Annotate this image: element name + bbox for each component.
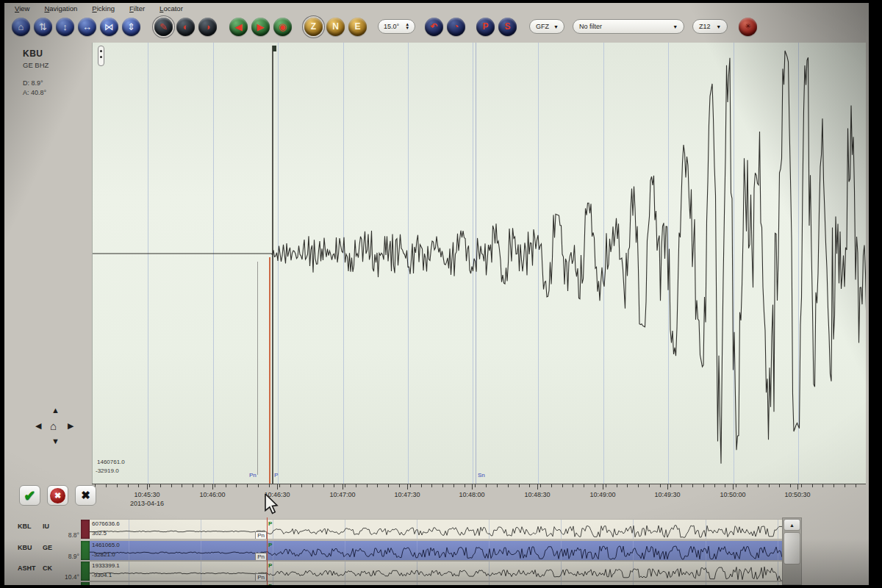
pick-mode-icon: ✎ [159,22,168,32]
phase-s-button[interactable]: S [498,18,517,36]
zoom-mode-icon: ◐ [183,22,189,32]
station-row-kbu[interactable]: KBUGE8.9°1461065.0-32821.0PPn [4,540,869,561]
align-vertical-button[interactable]: ⇅ [34,18,52,36]
relocate-icon: ◉ [279,22,287,32]
phase-p-button[interactable]: P [476,18,495,36]
axis-minor-tick [160,484,161,487]
axis-minor-tick [769,484,770,487]
row-trace-area[interactable]: P [90,581,782,585]
nav-left-button[interactable]: ◀ [35,421,41,431]
station-row-kbl[interactable]: KBLIU8.8°6076636.6302.5PPn [4,519,869,539]
confirm-pick-icon: ✔ [24,487,36,504]
nav-down-button[interactable]: ▼ [51,437,60,445]
waveform-plot[interactable]: 1460761.0 -32919.0 PnPSn [92,43,866,484]
axis-minor-tick [833,484,834,487]
row-pick-label: P [268,583,272,585]
phase-s-icon: S [505,22,511,31]
row-pick-label: P [268,542,272,548]
pick-mode-button[interactable]: ✎ [154,18,173,36]
confirm-pick-button[interactable]: ✔ [19,485,40,506]
undo-pick-button[interactable]: ↶ [425,18,443,36]
next-trace-button[interactable]: ▶ [251,18,270,36]
axis-minor-tick [182,484,182,487]
scroll-up-button[interactable]: ▲ [784,519,800,531]
repick-time-button[interactable]: ◔ [447,18,465,36]
expand-horizontal-icon: ↔ [82,22,92,32]
axis-minor-tick [562,484,563,487]
axis-time-label: 10:49:30 [654,491,680,498]
panel-pick-line [267,517,268,585]
spinner-arrows-icon[interactable]: ▲▼ [405,23,409,30]
nav-home-button[interactable]: ⌂ [50,420,57,432]
expand-vertical-button[interactable]: ↕ [56,18,74,36]
row-phase-box: Pn [255,573,267,581]
scroll-vertical-button[interactable]: ⇕ [122,18,140,36]
menu-navigation[interactable]: Navigation [44,4,77,12]
row-distance: 8.9° [49,553,79,560]
menu-filter[interactable]: Filter [129,4,145,12]
station-row-tas[interactable]: TASCKP [4,581,869,585]
components-dropdown[interactable]: Z12▼ [692,19,728,34]
axis-minor-tick [703,484,704,487]
seismogram-trace [93,43,866,484]
axis-time-label: 10:47:30 [394,491,420,498]
axis-minor-tick [649,484,650,487]
axis-minor-tick [606,484,606,487]
menu-picking[interactable]: Picking [92,4,115,12]
row-amplitude-min: -32821.0 [92,551,115,558]
row-pick-label: P [268,562,272,569]
axis-minor-tick [453,484,454,487]
row-trace-area[interactable]: 1461065.0-32821.0PPn [90,540,782,561]
component-z-button[interactable]: Z [304,18,323,36]
station-row-asht[interactable]: ASHTCK10.4°1933399.1-9304.1PPn [4,561,869,581]
scrollbar-thumb[interactable] [784,532,800,564]
axis-minor-tick [497,484,498,487]
filter-dropdown[interactable]: No filter▼ [573,19,684,34]
previous-trace-button[interactable]: ◀ [229,18,248,36]
row-trace-area[interactable]: 1933399.1-9304.1PPn [90,561,782,581]
axis-minor-tick [193,484,193,487]
row-trace-area[interactable]: 6076636.6302.5PPn [90,519,782,539]
axis-minor-tick [617,484,617,487]
axis-minor-tick [323,484,324,487]
nav-right-button[interactable]: ▶ [68,421,74,431]
axis-minor-tick [106,484,107,487]
relocate-button[interactable]: ◉ [273,18,292,36]
component-z-icon: Z [311,22,316,31]
axis-minor-tick [421,484,422,487]
zoom-mode-button[interactable]: ◐ [176,18,195,36]
axis-minor-tick [345,484,345,487]
commit-solution-button[interactable]: ✳ [739,18,757,36]
row-pick-label: P [268,520,272,527]
component-e-button[interactable]: E [348,18,367,36]
axis-minor-tick [356,484,356,487]
agency-dropdown[interactable]: GFZ▼ [529,19,564,34]
dropdown-value: No filter [579,23,602,30]
panel-scrollbar[interactable]: ▲ [782,517,802,585]
row-mini-trace [90,562,782,581]
row-station-code: KBL [18,523,84,530]
axis-major-tick [147,484,148,490]
discard-button[interactable]: ✖ [75,485,96,506]
time-window-button[interactable]: ◑ [198,18,217,36]
axis-major-tick [667,484,668,490]
reject-pick-button[interactable]: ✖ [47,485,68,506]
axis-time-label: 10:48:00 [459,491,484,498]
axis-time-label: 10:50:30 [784,491,810,498]
dropdown-value: GFZ [536,23,549,30]
home-button[interactable]: ⌂ [12,18,30,36]
component-e-icon: E [354,22,360,31]
axis-minor-tick [519,484,520,487]
station-stream: GE BHZ [23,61,49,69]
menu-view[interactable]: View [15,4,29,12]
menu-locator[interactable]: Locator [159,4,183,12]
align-horizontal-button[interactable]: ⋈ [100,18,118,36]
axis-minor-tick [171,484,172,487]
axis-minor-tick [758,484,759,487]
time-window-spinner[interactable]: 15.0°▲▼ [378,19,415,34]
expand-horizontal-button[interactable]: ↔ [78,18,96,36]
row-distance: 8.8° [49,531,79,539]
axis-time-label: 10:49:00 [589,491,615,498]
nav-up-button[interactable]: ▲ [51,406,60,415]
component-n-button[interactable]: N [326,18,345,36]
